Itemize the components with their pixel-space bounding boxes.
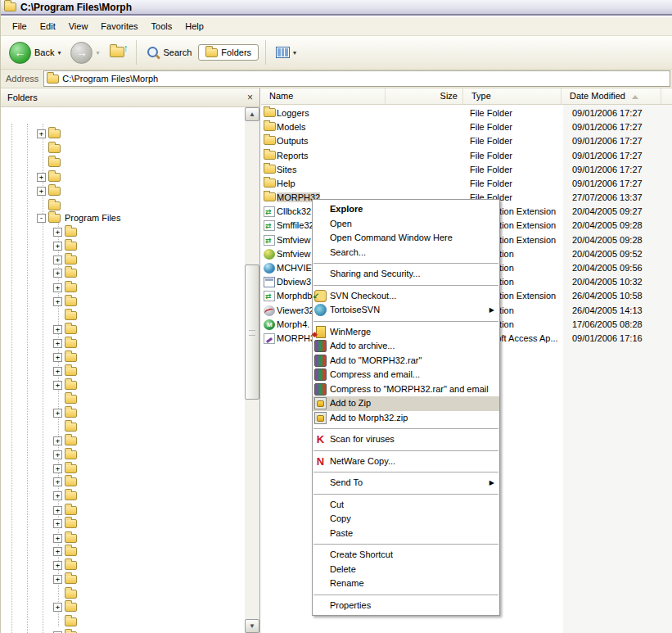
folder-icon[interactable] [65,269,77,278]
scroll-down-icon[interactable]: ▼ [245,619,259,633]
folder-icon[interactable] [48,187,61,196]
expand-icon[interactable]: + [53,255,62,265]
context-menu-item-properties[interactable]: Properties [313,599,499,613]
file-row[interactable]: ModelsFile Folder09/01/2006 17:27 [261,120,672,134]
scroll-up-icon[interactable]: ▲ [245,107,259,121]
expand-icon[interactable]: + [53,519,62,528]
expand-icon[interactable]: + [53,575,62,584]
expand-icon[interactable]: + [53,477,62,486]
tree-item[interactable]: + [53,600,77,613]
context-menu-item-winmerge[interactable]: WinMerge [313,325,499,340]
folder-icon[interactable] [48,201,61,210]
expand-icon[interactable]: + [53,283,62,292]
tree-item[interactable]: + [53,406,77,419]
folder-icon[interactable] [65,491,77,500]
tree-item[interactable]: + [53,364,77,378]
menu-help[interactable]: Help [178,19,210,34]
column-header-type[interactable]: Type [463,88,562,104]
folder-icon[interactable] [65,477,77,486]
expand-icon[interactable]: + [53,547,62,556]
tree-item[interactable] [53,615,77,628]
folder-icon[interactable] [65,381,77,390]
tree-item[interactable] [53,309,77,322]
tree-item[interactable]: + [53,462,77,475]
context-menu-item-add-to-morph32-zip[interactable]: Add to Morph32.zip [313,411,499,426]
expand-icon[interactable]: + [53,367,62,376]
tree-item[interactable]: + [37,184,61,197]
expand-icon[interactable]: + [53,491,62,500]
tree-item[interactable]: + [53,266,77,279]
folder-icon[interactable] [65,367,77,376]
context-menu-item-compress-and-email[interactable]: Compress and email... [313,368,499,382]
tree-item[interactable]: + [53,489,77,502]
tree-item[interactable] [37,199,61,212]
context-menu-item-open-command-window-here[interactable]: Open Command Window Here [313,231,499,246]
menu-edit[interactable]: Edit [34,19,62,34]
context-menu-item-add-to-zip[interactable]: Add to Zip [313,396,499,411]
folder-icon[interactable] [65,561,77,570]
context-menu-item-delete[interactable]: Delete [313,563,499,577]
tree-item[interactable]: + [53,378,77,391]
views-button[interactable]: ▾ [273,45,300,60]
tree-item[interactable] [53,392,77,405]
file-row[interactable]: SitesFile Folder09/01/2006 17:27 [261,163,672,177]
context-menu-item-add-to-archive[interactable]: Add to archive... [313,339,499,354]
context-menu-item-open[interactable]: Open [313,217,499,232]
expand-icon[interactable]: + [53,297,62,306]
tree-item[interactable]: + [53,337,77,350]
tree-item[interactable]: + [53,281,77,294]
folder-icon[interactable] [65,506,77,515]
folder-icon[interactable] [65,283,77,292]
back-dropdown-icon[interactable]: ▾ [57,49,61,57]
folder-icon[interactable] [65,228,77,237]
expand-icon[interactable]: + [53,228,62,237]
tree-item[interactable]: + [53,531,77,545]
expand-icon[interactable]: + [53,534,62,543]
folders-toggle-button[interactable]: Folders [198,44,259,61]
context-menu-item-send-to[interactable]: Send To▶ [313,476,499,491]
expand-icon[interactable]: + [37,187,46,196]
expand-icon[interactable]: + [37,173,46,182]
folder-icon[interactable] [65,603,77,612]
column-header-size[interactable]: Size [386,88,463,104]
folder-icon[interactable] [65,255,77,265]
folder-icon[interactable] [65,242,77,251]
expand-icon[interactable]: + [53,603,62,612]
folder-icon[interactable] [48,173,61,182]
context-menu-item-cut[interactable]: Cut [313,498,499,513]
expand-icon[interactable]: + [53,506,62,515]
tree-item[interactable]: + [37,127,61,140]
menu-view[interactable]: View [62,19,95,34]
expand-icon[interactable]: + [53,409,62,418]
folder-icon[interactable] [48,129,61,138]
folder-icon[interactable] [48,144,61,153]
expand-icon[interactable]: + [53,325,62,334]
file-row[interactable]: LoggersFile Folder09/01/2006 17:27 [261,106,672,120]
tree-item[interactable]: + [53,558,77,572]
tree-item[interactable] [53,420,77,433]
address-input[interactable]: C:\Program Files\Morph [43,70,670,87]
context-menu-item-paste[interactable]: Paste [313,527,499,541]
context-menu-item-compress-to-morph32-rar-and-email[interactable]: Compress to "MORPH32.rar" and email [313,382,499,397]
tree-item[interactable]: -Program Files [37,211,122,224]
forward-button[interactable]: → ▾ [67,40,102,66]
tree-scrollbar[interactable]: ▲ ▼ [245,107,259,633]
expand-icon[interactable]: + [53,353,62,362]
menu-file[interactable]: File [6,19,34,34]
folder-icon[interactable] [65,436,77,445]
context-menu-item-svn-checkout[interactable]: SVN Checkout... [313,289,499,304]
folder-icon[interactable] [65,519,77,528]
tree-item[interactable] [53,587,77,600]
search-button[interactable]: Search [143,44,196,61]
folder-icon[interactable] [65,325,77,334]
collapse-icon[interactable]: - [37,214,46,223]
folder-icon[interactable] [65,450,77,459]
file-row[interactable]: OutputsFile Folder09/01/2006 17:27 [261,134,672,148]
tree-item[interactable]: + [53,629,77,633]
folder-icon[interactable] [65,297,77,306]
tree-item-label[interactable]: Program Files [63,213,122,223]
folder-icon[interactable] [65,339,77,348]
folder-icon[interactable] [65,409,77,418]
column-header-date-modified[interactable]: Date Modified [562,88,661,104]
file-row[interactable]: ReportsFile Folder09/01/2006 17:27 [261,149,672,163]
